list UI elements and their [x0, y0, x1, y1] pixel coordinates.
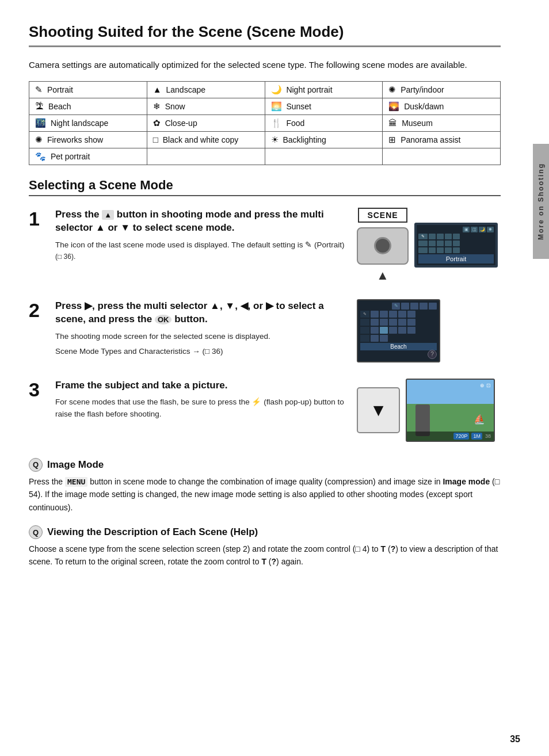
- info-viewing-heading: Q Viewing the Description of Each Scene …: [29, 525, 501, 539]
- bw-copy-icon: □: [153, 135, 158, 144]
- cam-icon: [371, 311, 379, 318]
- camera-body: [357, 227, 409, 265]
- cam-row: [360, 319, 437, 326]
- cam-side: [360, 319, 369, 326]
- table-cell: 🐾 Pet portrait: [29, 148, 147, 165]
- cam-icon: [437, 240, 444, 246]
- cam-row: [360, 327, 437, 334]
- section-heading: Selecting a Scene Mode: [29, 178, 501, 196]
- table-cell: ✎ Portrait: [29, 81, 147, 98]
- cam-icon: [418, 240, 428, 246]
- cam-icon: [407, 319, 415, 326]
- sidebar-tab: More on Shooting: [533, 144, 549, 259]
- cam-icon: [407, 327, 415, 334]
- museum-icon: 🏛: [388, 118, 397, 128]
- table-cell: ✺ Party/indoor: [383, 81, 501, 98]
- cam-icon: [398, 319, 406, 326]
- step-3-images: ▼ ⛵ ⊕ ⊡ 720P 1M 38: [357, 379, 501, 442]
- cam-icon: [437, 247, 444, 253]
- image-mode-body: Press the MENU button in scene mode to c…: [29, 475, 501, 514]
- dusk-icon: 🌄: [388, 101, 399, 111]
- cam-icon: 🌙: [479, 227, 486, 232]
- cam-icon: ◫: [471, 227, 478, 232]
- camera-lens: [374, 237, 391, 254]
- cam-icon: [420, 303, 428, 310]
- cam-icon: [380, 311, 388, 318]
- cam-icon: ✎: [392, 303, 400, 310]
- cam-side: [360, 303, 369, 310]
- cam-side: [360, 335, 369, 342]
- step-1-content: Press the ▲ button in shooting mode and …: [55, 208, 346, 263]
- cam-icon: ✎: [418, 234, 428, 239]
- table-row: 🐾 Pet portrait: [29, 148, 501, 165]
- fireworks-icon: ✺: [35, 135, 43, 144]
- size-badge: 1M: [471, 433, 482, 440]
- cam-overlay-icons: ⊕ ⊡: [480, 383, 491, 388]
- cam-side: [360, 327, 369, 334]
- portrait-icon: ✎: [35, 85, 43, 94]
- step1-scene-selector: SCENE ▲: [357, 208, 409, 283]
- image-mode-bold: Image mode: [443, 477, 490, 486]
- table-cell: ⊞ Panorama assist: [383, 131, 501, 148]
- cam-icon: [429, 303, 437, 310]
- step-2-desc2: Scene Mode Types and Characteristics → (…: [55, 346, 346, 357]
- closeup-icon: ✿: [153, 118, 161, 128]
- step-1: 1 Press the ▲ button in shooting mode an…: [29, 208, 501, 283]
- cam-icon: [453, 247, 460, 253]
- cam-side: ✎: [360, 311, 369, 318]
- image-mode-title: Image Mode: [47, 459, 104, 471]
- viewing-desc-body: Choose a scene type from the scene selec…: [29, 543, 501, 568]
- info-image-mode-heading: Q Image Mode: [29, 458, 501, 472]
- cam-row: ✎: [360, 311, 437, 318]
- cam-icon: [445, 240, 452, 246]
- cam-icon: [437, 234, 444, 239]
- cam-icon: [371, 327, 379, 334]
- cam-icon: [371, 335, 379, 342]
- cam-icon: ▣: [463, 227, 470, 232]
- cam-icon: [445, 247, 452, 253]
- arrow-up-icon: ▲: [376, 268, 389, 283]
- cam-icon: [398, 327, 406, 334]
- cam-icon: [398, 311, 406, 318]
- table-cell: ❄ Snow: [147, 98, 265, 114]
- image-mode-icon: Q: [29, 458, 43, 472]
- snow-icon: ❄: [153, 101, 161, 111]
- cam-icon: [453, 240, 460, 246]
- viewing-desc-icon: Q: [29, 525, 43, 539]
- sunset-icon: 🌅: [271, 101, 282, 111]
- food-icon: 🍴: [271, 118, 282, 128]
- steps-container: 1 Press the ▲ button in shooting mode an…: [29, 208, 501, 442]
- step-2: 2 Press ▶, press the multi selector ▲, ▼…: [29, 299, 501, 362]
- step-1-number: 1: [29, 209, 45, 228]
- step1-cam-display: ▣ ◫ 🌙 ✺ ✎: [414, 223, 498, 268]
- table-cell: 🏛 Museum: [383, 114, 501, 131]
- table-cell: ▲ Landscape: [147, 81, 265, 98]
- cam-icon: [453, 234, 460, 239]
- viewing-desc-title: Viewing the Description of Each Scene (H…: [47, 526, 258, 538]
- table-cell: ✿ Close-up: [147, 114, 265, 131]
- cam-icon: [429, 247, 436, 253]
- step-2-content: Press ▶, press the multi selector ▲, ▼, …: [55, 299, 346, 358]
- landscape-icon: ▲: [153, 85, 162, 94]
- cam-icon: [410, 303, 418, 310]
- panorama-icon: ⊞: [388, 135, 396, 144]
- cam-icon: ✺: [487, 227, 494, 232]
- table-row: 🏝 Beach ❄ Snow 🌅 Sunset 🌄 Dusk/dawn: [29, 98, 501, 114]
- step-3: 3 Frame the subject and take a picture. …: [29, 379, 501, 442]
- landscape-screen: ⛵ ⊕ ⊡ 720P 1M 38: [406, 379, 495, 442]
- cam-mode-label: Portrait: [418, 254, 494, 264]
- step-2-title: Press ▶, press the multi selector ▲, ▼, …: [55, 299, 346, 327]
- beach-icon: 🏝: [35, 101, 44, 111]
- landscape-bottom-bar: 720P 1M 38: [407, 432, 494, 441]
- page-title: Shooting Suited for the Scene (Scene Mod…: [29, 17, 501, 47]
- cam-icon: [380, 335, 388, 342]
- cam-icon: [407, 311, 415, 318]
- scene-label-box: SCENE: [358, 208, 407, 223]
- table-row: 🌃 Night landscape ✿ Close-up 🍴 Food 🏛 Mu…: [29, 114, 501, 131]
- cam-icon: [380, 319, 388, 326]
- party-icon: ✺: [388, 85, 396, 94]
- pet-icon: 🐾: [35, 151, 46, 161]
- cam-mode-label-2: Beach: [360, 343, 437, 350]
- step-2-images: ✎ ✎: [357, 299, 501, 362]
- table-cell: ✺ Fireworks show: [29, 131, 147, 148]
